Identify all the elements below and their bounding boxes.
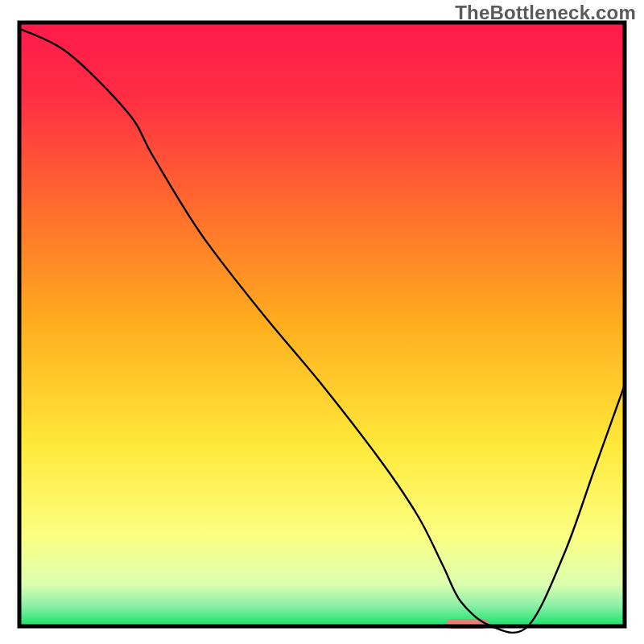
plot-background bbox=[19, 23, 625, 626]
watermark-text: TheBottleneck.com bbox=[455, 2, 636, 24]
bottleneck-chart bbox=[0, 0, 644, 644]
